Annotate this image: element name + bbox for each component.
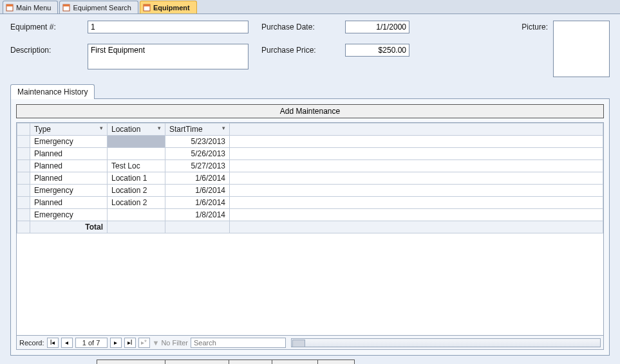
cell-type[interactable]: Emergency: [30, 136, 108, 148]
row-selector[interactable]: [17, 197, 30, 209]
add-maintenance-button[interactable]: Add Maintenance: [16, 104, 604, 118]
window-tabs: Main Menu Equipment Search Equipment: [0, 0, 620, 14]
nav-first-button[interactable]: I◂: [47, 338, 59, 348]
picture-label: Picture:: [521, 21, 548, 32]
nav-last-button[interactable]: ▸I: [124, 338, 136, 348]
cell-starttime[interactable]: 1/6/2014: [165, 197, 230, 209]
table-row[interactable]: EmergencyLocation 21/6/2014: [17, 185, 603, 197]
row-selector[interactable]: [17, 160, 30, 172]
cell-starttime[interactable]: 1/6/2014: [165, 172, 230, 185]
cell-starttime[interactable]: 1/8/2014: [165, 209, 230, 221]
col-location-label: Location: [111, 125, 140, 134]
cell-blank: [230, 148, 603, 160]
cancel-button[interactable]: Cancel: [272, 359, 317, 364]
svg-rect-1: [6, 5, 13, 6]
chevron-down-icon[interactable]: ▾: [158, 125, 161, 131]
chevron-down-icon[interactable]: ▾: [222, 125, 225, 131]
form-header: Equipment #: Description: Purchase Date:…: [0, 14, 620, 81]
row-selector[interactable]: [17, 185, 30, 197]
chevron-down-icon[interactable]: ▾: [100, 125, 103, 131]
form-icon: [6, 4, 14, 12]
cell-location[interactable]: Test Loc: [108, 160, 165, 172]
row-selector[interactable]: [17, 136, 30, 148]
tab-equipment[interactable]: Equipment: [140, 1, 197, 14]
col-type[interactable]: Type▾: [30, 123, 108, 136]
equipment-num-label: Equipment #:: [10, 21, 88, 32]
purchase-price-field[interactable]: [345, 44, 409, 57]
record-counter[interactable]: 1 of 7: [75, 338, 108, 348]
search-input[interactable]: [191, 338, 286, 348]
funnel-icon: ▼: [153, 339, 160, 347]
total-row: Total: [17, 221, 603, 233]
form-action-buttons: Save & Close Save & New Delete Cancel Pr…: [97, 359, 620, 364]
maintenance-grid: Type▾ Location▾ StartTime▾ Emergency5/23…: [16, 122, 604, 350]
cell-type[interactable]: Planned: [30, 148, 108, 160]
cell-type[interactable]: Planned: [30, 160, 108, 172]
delete-button[interactable]: Delete: [229, 359, 272, 364]
svg-rect-5: [144, 5, 150, 6]
cell-starttime[interactable]: 1/6/2014: [165, 185, 230, 197]
description-field[interactable]: [88, 44, 249, 69]
purchase-price-label: Purchase Price:: [261, 44, 345, 55]
cell-location[interactable]: [108, 209, 165, 221]
cell-starttime[interactable]: 5/23/2013: [165, 136, 230, 148]
nav-next-button[interactable]: ▸: [110, 338, 122, 348]
tab-main-menu[interactable]: Main Menu: [3, 1, 58, 14]
filter-label: No Filter: [161, 339, 188, 347]
cell-blank: [230, 197, 603, 209]
col-starttime[interactable]: StartTime▾: [165, 123, 230, 136]
purchase-date-field[interactable]: [345, 21, 409, 33]
svg-rect-3: [63, 5, 70, 6]
cell-blank: [230, 209, 603, 221]
nav-new-button[interactable]: ▸*: [138, 338, 150, 348]
row-selector[interactable]: [17, 209, 30, 221]
table-row[interactable]: PlannedTest Loc5/27/2013: [17, 160, 603, 172]
table-row[interactable]: Emergency5/23/2013: [17, 136, 603, 148]
total-label: Total: [30, 221, 108, 233]
cell-location[interactable]: Location 2: [108, 185, 165, 197]
table-row[interactable]: Emergency1/8/2014: [17, 209, 603, 221]
cell-blank: [230, 172, 603, 185]
tab-label: Equipment: [153, 4, 190, 12]
cell-type[interactable]: Emergency: [30, 209, 108, 221]
grid-corner[interactable]: [17, 123, 30, 136]
save-close-button[interactable]: Save & Close: [97, 359, 165, 364]
tab-label: Main Menu: [16, 4, 51, 12]
col-location[interactable]: Location▾: [108, 123, 165, 136]
col-starttime-label: StartTime: [169, 125, 203, 134]
picture-box[interactable]: [553, 21, 610, 77]
filter-indicator[interactable]: ▼ No Filter: [153, 339, 188, 347]
equipment-num-field[interactable]: [88, 21, 249, 33]
row-selector[interactable]: [17, 172, 30, 185]
cell-location[interactable]: Location 1: [108, 172, 165, 185]
cell-blank: [230, 136, 603, 148]
tab-equipment-search[interactable]: Equipment Search: [59, 1, 138, 14]
print-button[interactable]: Print: [317, 359, 355, 364]
cell-location[interactable]: [108, 136, 165, 148]
col-type-label: Type: [34, 125, 51, 134]
purchase-date-label: Purchase Date:: [261, 21, 345, 32]
record-navigator: Record: I◂ ◂ 1 of 7 ▸ ▸I ▸* ▼ No Filter: [17, 335, 603, 349]
row-selector[interactable]: [17, 148, 30, 160]
horizontal-scrollbar[interactable]: [291, 338, 601, 347]
cell-starttime[interactable]: 5/27/2013: [165, 160, 230, 172]
save-new-button[interactable]: Save & New: [165, 359, 229, 364]
cell-type[interactable]: Emergency: [30, 185, 108, 197]
table-row[interactable]: PlannedLocation 21/6/2014: [17, 197, 603, 209]
subtab-maintenance-history[interactable]: Maintenance History: [10, 84, 95, 99]
cell-blank: [230, 185, 603, 197]
description-label: Description:: [10, 44, 88, 55]
record-label: Record:: [19, 339, 44, 347]
col-blank: [230, 123, 603, 136]
cell-location[interactable]: Location 2: [108, 197, 165, 209]
subtab-container: Maintenance History Add Maintenance: [10, 84, 610, 356]
cell-location[interactable]: [108, 148, 165, 160]
form-icon: [143, 4, 151, 12]
nav-prev-button[interactable]: ◂: [61, 338, 73, 348]
table-row[interactable]: PlannedLocation 11/6/2014: [17, 172, 603, 185]
cell-starttime[interactable]: 5/26/2013: [165, 148, 230, 160]
cell-blank: [230, 160, 603, 172]
table-row[interactable]: Planned5/26/2013: [17, 148, 603, 160]
cell-type[interactable]: Planned: [30, 172, 108, 185]
cell-type[interactable]: Planned: [30, 197, 108, 209]
